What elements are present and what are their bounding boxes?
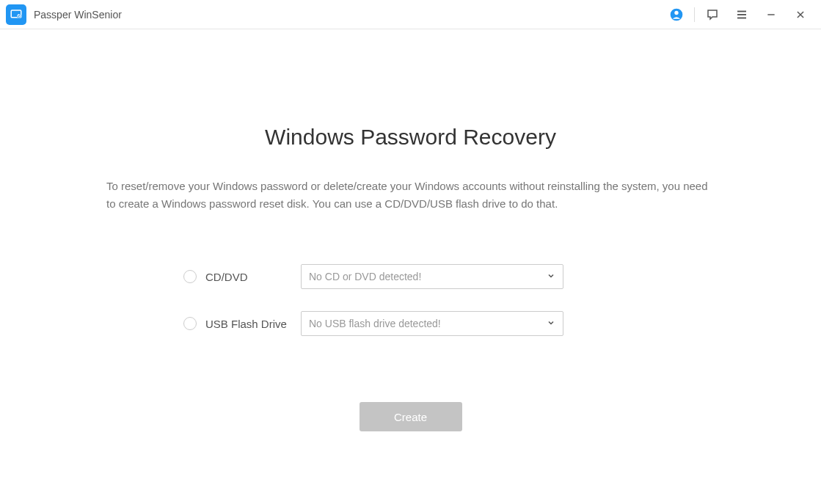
main-content: Windows Password Recovery To reset/remov… [0,29,821,431]
svg-point-3 [674,10,678,14]
cd-dvd-radio[interactable] [183,270,197,283]
app-title: Passper WinSenior [34,9,662,21]
usb-dropdown[interactable]: No USB flash drive detected! [301,311,563,336]
create-button[interactable]: Create [360,402,462,431]
cd-dvd-label: CD/DVD [205,271,301,283]
page-title: Windows Password Recovery [106,125,715,150]
chevron-down-icon [547,317,555,330]
close-button[interactable] [786,0,815,29]
feedback-icon[interactable] [698,0,727,29]
cd-dvd-option: CD/DVD No CD or DVD detected! [183,264,715,289]
cd-dvd-dropdown-text: No CD or DVD detected! [309,271,421,282]
boot-media-options: CD/DVD No CD or DVD detected! USB Flash … [106,264,715,336]
usb-option: USB Flash Drive No USB flash drive detec… [183,311,715,336]
titlebar-divider [694,7,695,22]
chevron-down-icon [547,270,555,283]
app-logo-icon [6,4,26,25]
usb-dropdown-text: No USB flash drive detected! [309,318,441,329]
minimize-button[interactable] [756,0,786,29]
titlebar: Passper WinSenior [0,0,821,29]
menu-icon[interactable] [727,0,756,29]
titlebar-controls [662,0,815,29]
usb-radio[interactable] [183,317,197,330]
page-description: To reset/remove your Windows password or… [106,178,715,213]
usb-label: USB Flash Drive [205,318,301,330]
account-icon[interactable] [662,0,691,29]
cd-dvd-dropdown[interactable]: No CD or DVD detected! [301,264,563,289]
